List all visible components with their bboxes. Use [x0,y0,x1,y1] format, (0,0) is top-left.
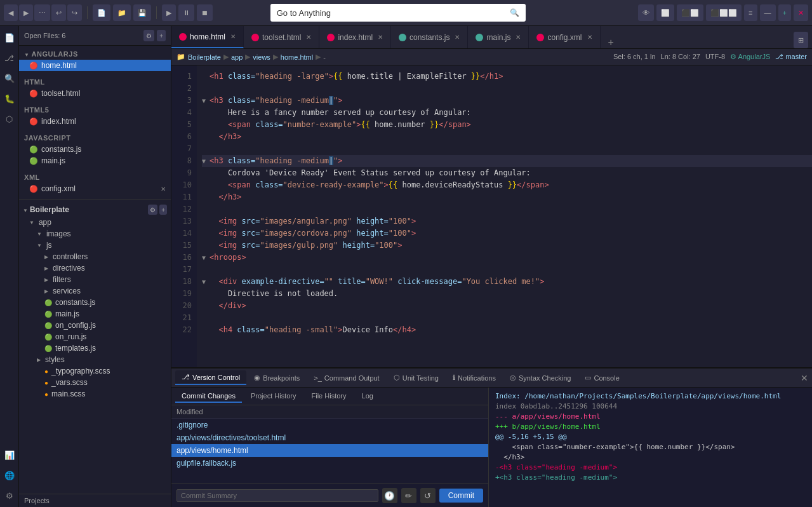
tree-services-folder[interactable]: services [19,285,171,297]
sidebar-debug-icon[interactable]: 🐛 [2,91,17,106]
file-item-main-js[interactable]: 🟢 main.js [19,155,171,166]
file-item-home-html[interactable]: 🔴 home.html [19,60,171,71]
menu-button[interactable]: ≡ [744,4,757,21]
tree-styles-folder[interactable]: styles [19,354,171,365]
console-content[interactable]: Index: /home/nathan/Projects/Samples/Boi… [489,388,812,507]
config-xml-close[interactable]: ✕ [161,186,166,193]
file-item-config-xml[interactable]: 🔴 config.xml ✕ [19,183,171,194]
tree-filters-folder[interactable]: filters [19,274,171,285]
tree-main-js[interactable]: 🟢 main.js [19,308,171,320]
tab-index-html[interactable]: index.html ✕ [319,26,391,48]
vc-refresh-button[interactable]: ↺ [420,488,436,503]
tree-on-config-js[interactable]: 🟢 on_config.js [19,320,171,331]
run-button[interactable]: ▶ [162,4,176,21]
bottom-tab-console[interactable]: ▭ Console [578,371,625,384]
maximize-button[interactable]: + [778,4,791,21]
pause-button[interactable]: ⏸ [178,4,194,21]
code-content[interactable]: <h1 class="heading -large">{{ home.title… [197,65,812,367]
bottom-panel-close[interactable]: ✕ [801,373,808,383]
tab-index-close[interactable]: ✕ [378,34,383,41]
code-editor[interactable]: 12345 678910 1112131415 1617181920 2122 … [171,65,812,367]
panel-settings-button[interactable]: ⚙ [143,30,154,41]
layout-1-button[interactable]: ⬜ [656,4,674,21]
tab-home-html[interactable]: home.html ✕ [171,26,244,48]
bottom-tab-notifications[interactable]: ℹ Notifications [446,371,502,384]
go-to-anything-input[interactable] [277,8,506,18]
sidebar-files-icon[interactable]: 📄 [2,30,17,45]
boilerplate-project-label[interactable]: Boilerplate [23,205,69,214]
tree-main-scss[interactable]: ● main.scss [19,388,171,400]
vc-commit-tab[interactable]: Commit Changes [175,390,242,403]
tab-split-button[interactable]: ⊞ [794,32,808,48]
vc-file-history-tab[interactable]: File History [305,390,353,403]
breadcrumb-views[interactable]: views [253,53,270,61]
nav-more[interactable]: ⋯ [34,4,50,21]
vc-project-history-tab[interactable]: Project History [244,390,303,403]
tab-main-js[interactable]: main.js ✕ [468,26,529,48]
vc-commit-button[interactable]: Commit [439,489,483,503]
save-button[interactable]: 💾 [133,4,151,21]
layout-2-button[interactable]: ⬛⬜ [677,4,703,21]
vc-file-gulpfile[interactable]: gulpfile.fallback.js [171,457,488,470]
sidebar-settings-icon[interactable]: ⚙ [2,488,17,503]
bottom-tab-syntax-checking[interactable]: ◎ Syntax Checking [503,371,578,384]
tab-main-js-close[interactable]: ✕ [516,34,521,41]
breadcrumb-app[interactable]: app [231,53,243,61]
layout-3-button[interactable]: ⬛⬜⬜ [706,4,742,21]
panel-add-button[interactable]: + [157,30,166,41]
stop-button[interactable]: ⏹ [197,4,213,21]
tab-config-xml[interactable]: config.xml ✕ [529,26,600,48]
file-item-toolset-html[interactable]: 🔴 toolset.html [19,88,171,99]
project-add-button[interactable]: + [159,205,167,215]
bottom-tab-unit-testing[interactable]: ⬡ Unit Testing [387,371,445,384]
new-file-button[interactable]: 📄 [93,4,110,21]
open-folder-button[interactable]: 📁 [113,4,131,21]
nav-back[interactable]: ◀ [4,4,18,21]
vc-clock-button[interactable]: 🕐 [382,488,397,503]
tree-on-run-js[interactable]: 🟢 on_run.js [19,331,171,342]
tree-app-folder[interactable]: app [19,217,171,228]
tree-typography-scss[interactable]: ● _typography.scss [19,365,171,377]
sidebar-globe-icon[interactable]: 🌐 [2,468,17,483]
tree-constants-js[interactable]: 🟢 constants.js [19,297,171,308]
tree-images-folder[interactable]: images [19,228,171,240]
tree-controllers-folder[interactable]: controllers [19,251,171,262]
tab-home-html-close[interactable]: ✕ [230,33,236,40]
tab-constants-close[interactable]: ✕ [455,34,460,41]
nav-undo[interactable]: ↩ [51,4,66,21]
file-item-index-html[interactable]: 🔴 index.html [19,116,171,127]
sidebar-search-icon[interactable]: 🔍 [2,71,17,86]
project-settings-button[interactable]: ⚙ [148,205,157,215]
bottom-tab-breakpoints[interactable]: ◉ Breakpoints [248,371,306,384]
sidebar-extensions-icon[interactable]: ⬡ [2,111,17,126]
bottom-tab-command-output[interactable]: >_ Command Output [307,372,385,384]
minimize-button[interactable]: — [760,4,776,21]
go-to-anything-bar[interactable]: 🔍 [270,4,526,22]
nav-redo[interactable]: ↪ [67,4,82,21]
breadcrumb-boilerplate[interactable]: Boilerplate [188,53,221,61]
tab-constants-js[interactable]: constants.js ✕ [391,26,468,48]
nav-forward[interactable]: ▶ [19,4,33,21]
preview-button[interactable]: 👁 [638,4,654,21]
tree-js-folder[interactable]: js [19,240,171,251]
vc-log-tab[interactable]: Log [356,390,380,403]
tab-add-button[interactable]: + [603,37,619,48]
sidebar-git-icon[interactable]: ⎇ [2,50,17,65]
tree-templates-js[interactable]: 🟢 templates.js [19,342,171,354]
commit-summary-input[interactable] [176,489,378,502]
projects-footer[interactable]: Projects [19,494,171,507]
bottom-tab-version-control[interactable]: ⎇ Version Control [175,370,246,385]
tree-directives-folder[interactable]: directives [19,262,171,274]
vc-edit-button[interactable]: ✏ [401,488,416,503]
tab-toolset-close[interactable]: ✕ [306,34,311,41]
tab-toolset-html[interactable]: toolset.html ✕ [244,26,319,48]
tab-config-close[interactable]: ✕ [587,34,592,41]
vc-file-toolset[interactable]: app/views/directives/toolset.html [171,431,488,444]
file-item-constants-js[interactable]: 🟢 constants.js [19,144,171,155]
breadcrumb-home-html[interactable]: home.html [281,53,313,61]
tree-vars-scss[interactable]: ● _vars.scss [19,377,171,388]
close-button[interactable]: ✕ [794,4,808,21]
vc-file-gitignore[interactable]: .gitignore [171,419,488,431]
sidebar-graph-icon[interactable]: 📊 [2,447,17,463]
vc-file-home-html[interactable]: app/views/home.html [171,444,488,457]
